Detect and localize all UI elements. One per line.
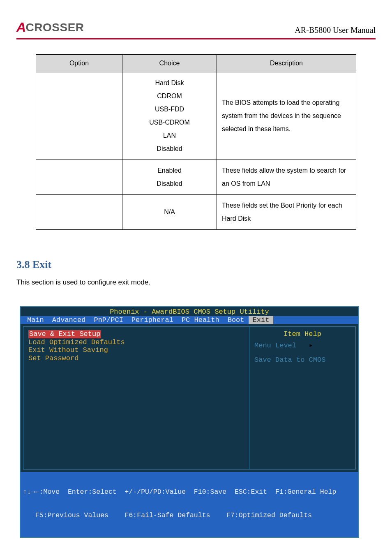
cell-choice: N/A <box>122 195 217 230</box>
bios-tab-exit[interactable]: Exit <box>249 316 274 324</box>
bios-tab-peripheral[interactable]: Peripheral <box>127 316 178 324</box>
section-body: This section is used to configure exit m… <box>16 278 376 287</box>
table-row: N/A These fields set the Boot Priority f… <box>36 195 356 230</box>
bios-menu-level: Menu Level ▸ <box>254 342 350 350</box>
choice-item: Disabled <box>127 177 212 190</box>
cell-choice: Hard Disk CDROM USB-FDD USB-CDROM LAN Di… <box>122 72 217 160</box>
bios-menu-set-password[interactable]: Set Password <box>28 354 244 363</box>
document-title: AR-B5800 User Manual <box>295 25 376 35</box>
table-row: Enabled Disabled These fields allow the … <box>36 160 356 195</box>
choice-item: Enabled <box>127 164 212 177</box>
brand-logo: ACROSSER <box>16 20 84 35</box>
choice-item: Hard Disk <box>127 76 212 90</box>
chevron-right-icon: ▸ <box>309 342 313 349</box>
choice-item: USB-CDROM <box>127 116 212 129</box>
cell-choice: Enabled Disabled <box>122 160 217 195</box>
header-rule <box>16 38 376 39</box>
bios-menu-save-exit[interactable]: Save & Exit Setup <box>28 330 101 338</box>
col-choice: Choice <box>122 55 217 72</box>
bios-tab-pnppci[interactable]: PnP/PCI <box>90 316 127 324</box>
bios-title: Phoenix - AwardBIOS CMOS Setup Utility <box>21 307 358 316</box>
bios-footer-line2: F5:Previous Values F6:Fail-Safe Defaults… <box>23 512 356 520</box>
table-header-row: Option Choice Description <box>36 55 356 72</box>
cell-description: These fields allow the system to search … <box>217 160 356 195</box>
bios-screenshot: Phoenix - AwardBIOS CMOS Setup Utility M… <box>20 306 359 538</box>
logo-text: CROSSER <box>26 21 84 34</box>
bios-help-title: Item Help <box>254 330 350 338</box>
bios-tabs: Main Advanced PnP/PCI Peripheral PC Heal… <box>21 316 358 324</box>
bios-tab-pchealth[interactable]: PC Health <box>178 316 224 324</box>
col-option: Option <box>36 55 122 72</box>
logo-letter: A <box>16 20 26 35</box>
section-heading: 3.8 Exit <box>16 259 376 271</box>
bios-help-text: Save Data to CMOS <box>254 356 350 364</box>
bios-help-panel: Item Help Menu Level ▸ Save Data to CMOS <box>249 326 356 469</box>
bios-menu-load-defaults[interactable]: Load Optimized Defaults <box>28 338 244 347</box>
page-header: ACROSSER AR-B5800 User Manual <box>16 20 376 35</box>
bios-body: Save & Exit Setup Load Optimized Default… <box>21 324 358 472</box>
choice-item: LAN <box>127 129 212 142</box>
bios-menu: Save & Exit Setup Load Optimized Default… <box>23 326 249 469</box>
cell-description: The BIOS attempts to load the operating … <box>217 72 356 160</box>
cell-option <box>36 72 122 160</box>
bios-tab-advanced[interactable]: Advanced <box>48 316 90 324</box>
cell-description: These fields set the Boot Priority for e… <box>217 195 356 230</box>
bios-tab-boot[interactable]: Boot <box>224 316 249 324</box>
cell-option <box>36 160 122 195</box>
choice-item: CDROM <box>127 90 212 103</box>
table-row: Hard Disk CDROM USB-FDD USB-CDROM LAN Di… <box>36 72 356 160</box>
col-description: Description <box>217 55 356 72</box>
bios-menu-exit-nosave[interactable]: Exit Without Saving <box>28 346 244 354</box>
bios-footer-line1: ↑↓→←:Move Enter:Select +/-/PU/PD:Value F… <box>23 488 356 496</box>
choice-item: USB-FDD <box>127 103 212 116</box>
options-table: Option Choice Description Hard Disk CDRO… <box>36 54 356 230</box>
bios-tab-main[interactable]: Main <box>23 316 48 324</box>
cell-option <box>36 195 122 230</box>
bios-footer: ↑↓→←:Move Enter:Select +/-/PU/PD:Value F… <box>21 472 358 537</box>
choice-item: Disabled <box>127 142 212 155</box>
